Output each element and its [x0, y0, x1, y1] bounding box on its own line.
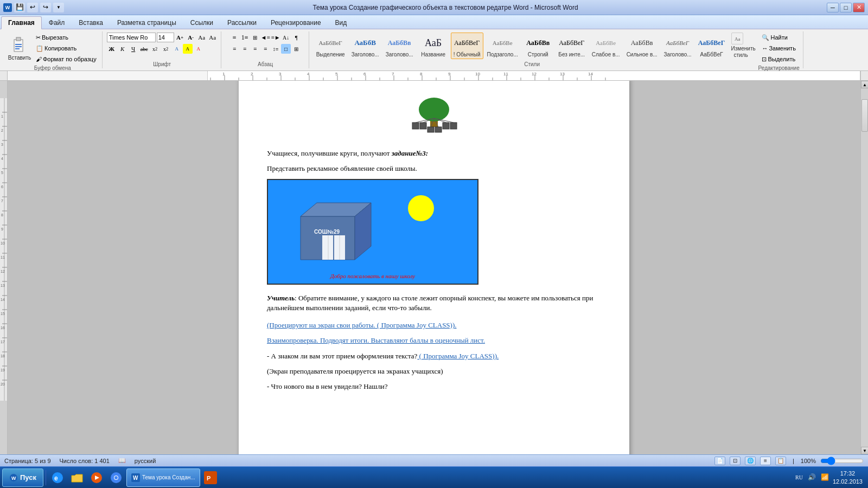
taskbar-folder-icon[interactable] [68, 468, 86, 487]
subscript-button[interactable]: x2 [150, 44, 160, 54]
copy-button[interactable]: 📋 Копировать [34, 43, 99, 53]
numbering-button[interactable]: 1≡ [240, 33, 250, 42]
format-painter-button[interactable]: 🖌 Формат по образцу [34, 54, 99, 64]
justify-button[interactable]: ≡ [260, 44, 270, 54]
font-shrink-button[interactable]: A- [186, 33, 196, 42]
tab-review[interactable]: Рецензирование [264, 16, 328, 29]
cut-button[interactable]: ✂ Вырезать [34, 33, 99, 42]
tray-network[interactable]: 📶 [820, 472, 831, 483]
select-button[interactable]: ⊡ Выделить [760, 54, 797, 64]
zoom-separator: | [793, 458, 794, 464]
paragraph-4: (Экран преподавателя проецируется на экр… [267, 367, 601, 376]
clock-date: 12.02.2013 [833, 478, 863, 485]
tab-layout[interactable]: Разметка страницы [110, 16, 183, 29]
taskbar-chrome-icon[interactable] [107, 468, 125, 487]
font-color-button[interactable]: A [194, 44, 203, 54]
tab-home[interactable]: Главная [1, 16, 42, 29]
font-name-input[interactable] [107, 33, 156, 42]
show-formatting-button[interactable]: ¶ [291, 33, 301, 42]
borders-button[interactable]: ⊞ [291, 44, 301, 54]
style-subtitle[interactable]: АаБбВе Подзаголо... [484, 33, 521, 59]
bold-button[interactable]: Ж [107, 44, 117, 54]
replace-button[interactable]: ↔ Заменить [760, 43, 797, 53]
superscript-button[interactable]: x2 [161, 44, 171, 54]
outdent-button[interactable]: ◄≡ [260, 33, 270, 42]
highlight-button[interactable]: A [183, 44, 193, 54]
style-selection[interactable]: АаБбВеГ Выделение [314, 33, 348, 59]
tab-file[interactable]: Файл [42, 16, 72, 29]
shading-button[interactable]: □ [281, 44, 291, 54]
scroll-track[interactable] [861, 88, 868, 447]
close-button[interactable]: ✕ [853, 3, 865, 12]
font-grow-button[interactable]: A+ [175, 33, 185, 42]
tab-references[interactable]: Ссылки [183, 16, 220, 29]
taskbar-ie-icon[interactable]: e [48, 468, 67, 487]
style-normal[interactable]: АаБбВеГ ! Обычный [451, 33, 483, 59]
minimize-button[interactable]: ─ [827, 3, 839, 12]
taskbar-media-icon[interactable] [87, 468, 106, 487]
draft-view-btn[interactable]: 📋 [775, 457, 786, 465]
svg-rect-0 [14, 40, 23, 52]
taskbar-word-button[interactable]: W Тема урока Создан... [126, 468, 200, 487]
style-quote[interactable]: АаБбВеГ Заголово... [661, 33, 694, 59]
link-paragraph-2[interactable]: Взаимопроверка. Подводят итоги. Выставля… [267, 336, 601, 345]
start-button[interactable]: W Пуск [2, 468, 43, 487]
web-view-btn[interactable]: 🌐 [745, 457, 756, 465]
full-screen-btn[interactable]: ⊡ [730, 457, 741, 465]
taskbar-ppt-icon[interactable]: P [201, 468, 220, 487]
clear-format-button[interactable]: Aa [197, 33, 207, 42]
vertical-scrollbar[interactable]: ▲ ▼ [860, 81, 868, 454]
qat-dropdown[interactable]: ▼ [53, 3, 64, 12]
tab-view[interactable]: Вид [328, 16, 354, 29]
scroll-thumb[interactable] [861, 99, 868, 132]
italic-button[interactable]: К [118, 44, 127, 54]
style-heading1[interactable]: АаБбВ Заголово... [349, 33, 382, 59]
qat-save[interactable]: 💾 [14, 3, 25, 12]
style-heading2[interactable]: АаБбВв Заголово... [383, 33, 416, 59]
svg-rect-2 [15, 44, 22, 45]
find-button[interactable]: 🔍 Найти [760, 33, 797, 42]
tray-volume[interactable]: 🔊 [807, 472, 818, 483]
qat-undo[interactable]: ↩ [27, 3, 38, 12]
underline-button[interactable]: Ч [129, 44, 138, 54]
svg-text:2: 2 [1, 129, 3, 132]
multilevel-button[interactable]: ⊞ [250, 33, 260, 42]
spell-check-icon[interactable]: 📖 [118, 457, 126, 464]
paste-button[interactable]: Вставить [7, 34, 33, 62]
scroll-up-button[interactable]: ▲ [861, 81, 868, 88]
align-center-button[interactable]: ≡ [240, 44, 250, 54]
bullets-button[interactable]: ≡ [229, 33, 239, 42]
align-right-button[interactable]: ≡ [250, 44, 260, 54]
maximize-button[interactable]: □ [840, 3, 852, 12]
find-icon: 🔍 [762, 34, 769, 41]
style-title[interactable]: АаБ Название [417, 33, 450, 59]
document-area[interactable]: Учащиеся, получившие круги, получают зад… [8, 81, 860, 454]
line-spacing-button[interactable]: ↕≡ [271, 44, 280, 54]
print-layout-btn[interactable]: 📄 [714, 457, 725, 465]
style-nospace-label: Без инте... [558, 52, 585, 57]
outline-view-btn[interactable]: ≡ [760, 457, 771, 465]
style-weak[interactable]: АаБбВе Слабое в... [589, 33, 623, 59]
style-blue[interactable]: АаБбВеГ АаБбВеГ [695, 33, 728, 59]
system-clock[interactable]: 17:32 12.02.2013 [833, 470, 863, 485]
tray-lang[interactable]: RU [794, 472, 805, 483]
style-normal-label: ! Обычный [454, 52, 481, 57]
style-strict[interactable]: АаБбВв Строгий [522, 33, 554, 59]
zoom-slider[interactable] [820, 458, 864, 464]
svg-text:5: 5 [335, 72, 338, 76]
font-size-input[interactable] [157, 33, 174, 42]
case-button[interactable]: Aa [208, 33, 218, 42]
link-paragraph-1[interactable]: (Проецируют на экран свои работы. ( Прог… [267, 320, 601, 330]
style-strong[interactable]: АаБбВв Сильное в... [624, 33, 660, 59]
text-effect-button[interactable]: A [172, 44, 182, 54]
indent-button[interactable]: ≡► [271, 33, 280, 42]
style-nospace[interactable]: АаБбВеГ Без инте... [556, 33, 588, 59]
align-left-button[interactable]: ≡ [229, 44, 239, 54]
strikethrough-button[interactable]: abc [139, 44, 149, 54]
scroll-down-button[interactable]: ▼ [861, 447, 868, 454]
tab-mailings[interactable]: Рассылки [220, 16, 264, 29]
tab-insert[interactable]: Вставка [72, 16, 110, 29]
change-style-button[interactable]: Аа [731, 33, 743, 44]
qat-redo[interactable]: ↪ [40, 3, 51, 12]
sort-button[interactable]: A↓ [281, 33, 291, 42]
